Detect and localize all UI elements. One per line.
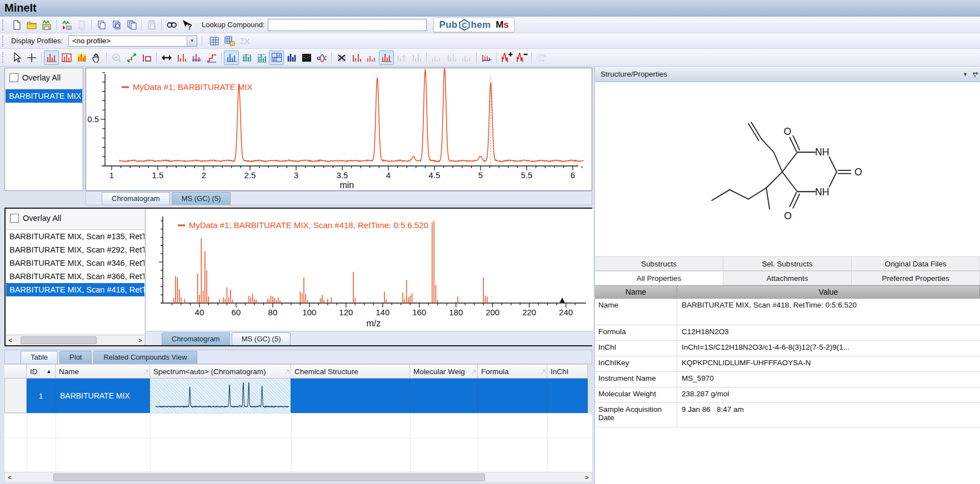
structure-viewer[interactable]: O NH O NH O <box>595 82 980 255</box>
copy-icon[interactable] <box>94 18 109 32</box>
tiled-view-icon[interactable] <box>254 51 269 65</box>
tab-chromatogram[interactable]: Chromatogram <box>162 332 230 345</box>
property-row-instrument-name[interactable]: Instrument NameMS_5970 <box>595 372 980 387</box>
pointer-tool-icon[interactable] <box>9 51 24 65</box>
mass-spectrum-chart[interactable]: 406080100120140160180200220240m/zMyData … <box>146 209 593 330</box>
chromatogram-plot[interactable]: 0.511.522.533.544.555.56minMyData #1; BA… <box>86 68 592 191</box>
toolbar-grip[interactable] <box>2 52 7 63</box>
stacked-view-icon[interactable] <box>239 51 254 65</box>
tab-original-data-files[interactable]: Original Data Files <box>852 256 980 271</box>
tab-ms-gc-5-[interactable]: MS (GC) (5) <box>232 332 291 345</box>
list-item[interactable]: BARBITURATE MIX, Scan #366, RetT <box>6 270 144 283</box>
list-item[interactable]: BARBITURATE MIX, Scan #418, RetT <box>6 283 144 296</box>
chevron-down-icon[interactable]: ▼ <box>187 36 197 46</box>
tab-sel-substructs[interactable]: Sel. Substructs <box>723 256 852 271</box>
scroll-left-icon[interactable]: < <box>5 474 14 481</box>
full-range-icon[interactable] <box>159 51 174 65</box>
chromatogram-chart[interactable]: 0.511.522.533.544.555.56minMyData #1; BA… <box>86 68 592 190</box>
active-spectrum-icon[interactable] <box>379 51 394 65</box>
property-row-molecular-weight[interactable]: Molecular Weight238.287 g/mol <box>595 387 980 403</box>
combine-traces-icon[interactable] <box>479 51 494 65</box>
row-structure-cell[interactable] <box>291 379 410 413</box>
tab-attachments[interactable]: Attachments <box>723 271 852 285</box>
peak-picking-icon[interactable] <box>174 51 189 65</box>
tab-all-properties[interactable]: All Properties <box>595 271 723 285</box>
row-id-cell[interactable]: 1 <box>27 379 56 413</box>
filter-arrow-icon[interactable] <box>143 369 149 377</box>
export-spectrum-icon[interactable] <box>59 18 74 32</box>
list-item[interactable]: BARBITURATE MIX, Scan #292, RetT <box>6 243 144 256</box>
column-header-spectrum-auto-chromatogram-[interactable]: Spectrum<auto> (Chromatogram) <box>150 364 291 379</box>
heatmap-view-icon[interactable] <box>299 51 314 65</box>
filter-arrow-icon[interactable] <box>284 369 290 377</box>
new-document-icon[interactable] <box>9 18 24 32</box>
column-header-formula[interactable]: Formula <box>478 364 547 379</box>
crosshair-tool-icon[interactable] <box>24 51 39 65</box>
row-inchi-cell[interactable] <box>547 379 588 413</box>
baseline-icon[interactable] <box>189 51 204 65</box>
scroll-left-icon[interactable]: < <box>6 337 15 344</box>
bars-view-icon[interactable] <box>284 51 299 65</box>
delete-spectrum-icon[interactable] <box>334 51 349 65</box>
profile-save-icon[interactable] <box>222 34 237 48</box>
copy-special-icon[interactable] <box>109 18 124 32</box>
toolbar-grip[interactable] <box>2 19 7 31</box>
show-small-peaks-icon[interactable] <box>364 51 379 65</box>
chevron-down-icon[interactable]: ▼ <box>963 72 968 77</box>
toolbar-grip[interactable] <box>2 36 7 47</box>
tab-preferred-properties[interactable]: Preferred Properties <box>852 271 980 285</box>
zoom-region-icon[interactable] <box>139 51 154 65</box>
scan-list-scrollbar[interactable]: < > <box>6 335 145 345</box>
column-header-name[interactable]: Name <box>56 364 150 379</box>
context-help-icon[interactable]: ? <box>179 18 194 32</box>
grid-view-icon[interactable] <box>269 51 284 65</box>
find-icon[interactable] <box>164 18 179 32</box>
display-profiles-select[interactable]: <no profile> ▼ <box>68 36 197 47</box>
overlay-curves-view-icon[interactable] <box>314 51 329 65</box>
results-table-scrollbar[interactable]: < > <box>4 472 592 483</box>
pin-icon[interactable] <box>972 71 979 78</box>
integration-icon[interactable] <box>204 51 219 65</box>
copy-all-icon[interactable] <box>124 18 139 32</box>
row-name-cell[interactable]: BARBITURATE MIX <box>56 379 150 413</box>
profile-table-icon[interactable] <box>207 34 222 48</box>
property-row-name[interactable]: NameBARBITURATE MIX, Scan #418, RetTime:… <box>595 299 980 325</box>
fit-to-window-icon[interactable] <box>124 51 139 65</box>
property-row-sample-acquisition-date[interactable]: Sample Acquisition Date9 Jan 86 8:47 am <box>595 403 980 427</box>
overlay-all-checkbox[interactable] <box>9 73 18 82</box>
lookup-compound-input[interactable] <box>268 19 427 31</box>
scrollbar-thumb[interactable] <box>53 473 485 481</box>
tab-substructs[interactable]: Substructs <box>595 256 723 271</box>
property-row-formula[interactable]: FormulaC12H18N2O3 <box>595 325 980 341</box>
overlay-all-checkbox[interactable] <box>10 214 19 223</box>
tab-ms-gc-5-[interactable]: MS (GC) (5) <box>172 192 231 205</box>
subtract-spectrum-icon[interactable] <box>514 51 529 65</box>
row-formula-cell[interactable] <box>478 379 547 413</box>
scroll-right-icon[interactable]: > <box>582 474 592 481</box>
filter-arrow-icon[interactable] <box>471 369 477 377</box>
tab-table[interactable]: Table <box>21 351 58 364</box>
row-molweight-cell[interactable] <box>410 379 478 413</box>
show-peaks-icon[interactable] <box>349 51 364 65</box>
highlight-peaks-tool-icon[interactable] <box>74 51 89 65</box>
scrollbar-thumb[interactable] <box>21 336 97 344</box>
list-item[interactable]: BARBITURATE MIX <box>6 89 82 103</box>
table-row[interactable]: 1BARBITURATE MIX <box>4 379 592 413</box>
tab-related-compounds-view[interactable]: Related Compounds View <box>93 351 197 364</box>
filter-arrow-icon[interactable] <box>540 369 546 377</box>
column-header-chemical-structure[interactable]: Chemical Structure <box>291 364 410 379</box>
mass-spectrum-plot[interactable]: 406080100120140160180200220240m/zMyData … <box>146 209 593 331</box>
pubchem-search-button[interactable]: Pub C hem Ms <box>433 17 514 32</box>
zoom-box-tool-icon[interactable] <box>59 51 74 65</box>
peak-select-tool-icon[interactable] <box>44 51 59 65</box>
column-header-inchi[interactable]: InChI <box>547 364 588 379</box>
row-selector-cell[interactable] <box>4 379 27 413</box>
add-spectrum-icon[interactable] <box>499 51 514 65</box>
column-header-id[interactable]: ID▲ <box>27 364 56 379</box>
row-spectrum-thumbnail-cell[interactable] <box>150 379 291 413</box>
single-plot-view-icon[interactable] <box>224 51 239 65</box>
scroll-right-icon[interactable]: > <box>136 337 145 344</box>
property-row-inchi[interactable]: InChIInChI=1S/C12H18N2O3/c1-4-6-8(3)12(7… <box>595 341 980 356</box>
list-item[interactable]: BARBITURATE MIX, Scan #135, RetT <box>6 230 144 243</box>
column-header-molecular-weig[interactable]: Molecular Weig <box>410 364 478 379</box>
